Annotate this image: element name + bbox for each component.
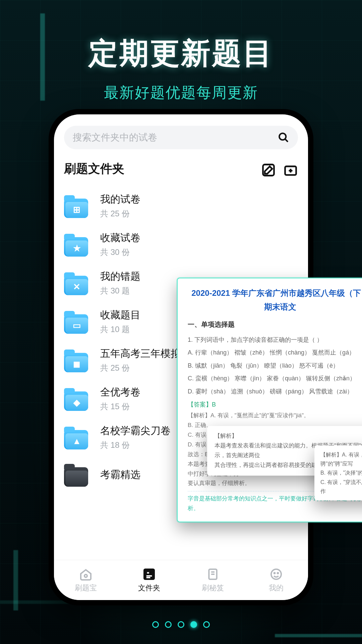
pager-dot[interactable] (165, 621, 172, 628)
question-text: 1. 下列词语中，加点字的读音都正确的一项是（ ） (188, 333, 362, 346)
svg-point-15 (274, 573, 275, 574)
exam-title: 2020-2021 学年广东省广州市越秀区八年级（下）期末语文 (188, 286, 362, 314)
svg-point-6 (84, 574, 87, 577)
svg-point-16 (278, 573, 279, 574)
pager-dot[interactable] (203, 621, 210, 628)
tab-label: 我的 (269, 583, 284, 593)
svg-rect-8 (146, 571, 150, 574)
tab-folders[interactable]: 文件夹 (118, 560, 181, 600)
smile-icon (269, 568, 283, 581)
page-indicator (0, 621, 362, 628)
pager-dot[interactable] (178, 621, 184, 628)
folder-name: 我的错题 (100, 270, 140, 283)
tab-bar: 刷题宝 文件夹 刷秘笈 我的 (54, 560, 308, 600)
folder-name: 考霸精选 (100, 468, 140, 482)
folder-name: 我的试卷 (100, 193, 140, 206)
folder-icon (64, 463, 92, 487)
folder-icon: ◆ (64, 387, 92, 411)
tab-tips[interactable]: 刷秘笈 (181, 560, 245, 600)
explain-line: 【解析】A. 有误，"驰骋"的"骋"应写 (320, 450, 362, 468)
edit-icon[interactable] (261, 163, 276, 177)
folder-item[interactable]: ⊞ 我的试卷共 25 份 (64, 186, 298, 225)
folder-icon: ◼ (64, 348, 92, 372)
explain-a: 【解析】A. 有误，"戛然而止"的"戛"应读作"jiá"。 (188, 411, 362, 421)
folder-count: 共 30 份 (100, 247, 140, 258)
option-d: D. 霎时（shà） 追溯（shuò） 磅礴（páng） 风雪载途（zài） (188, 385, 362, 398)
tab-label: 文件夹 (138, 583, 160, 593)
home-icon (79, 568, 93, 581)
exam-preview-card-3: 【解析】A. 有误，"驰骋"的"骋"应写 B. 有误，"决择"的"决"应写作"抉… (314, 445, 362, 500)
folder-name: 全优考卷 (100, 385, 140, 399)
search-placeholder: 搜索文件夹中的试卷 (73, 131, 157, 144)
folder-count: 共 25 份 (100, 208, 140, 219)
tab-label: 刷题宝 (75, 583, 97, 593)
svg-point-0 (279, 133, 286, 140)
pager-dot-active[interactable] (190, 621, 197, 628)
folder-name: 收藏题目 (100, 308, 140, 322)
svg-point-14 (271, 569, 281, 579)
add-folder-icon[interactable] (283, 163, 298, 177)
pager-dot[interactable] (152, 621, 159, 628)
folder-icon: ⊞ (64, 194, 92, 218)
folder-doc-icon (142, 568, 156, 581)
explain-head: 【解析】 (215, 431, 362, 441)
hero-title: 定期更新题目 (0, 34, 362, 73)
scroll-icon (206, 568, 220, 581)
search-icon (278, 132, 289, 143)
tab-home[interactable]: 刷题宝 (54, 560, 118, 600)
explain-line: B. 有误，"决择"的"决"应写作"抉 (320, 468, 362, 477)
search-input[interactable]: 搜索文件夹中的试卷 (64, 126, 298, 149)
folder-icon: ✕ (64, 271, 92, 295)
folder-icon: ★ (64, 232, 92, 257)
section-title: 刷题文件夹 (64, 161, 124, 179)
folder-count: 共 30 题 (100, 285, 140, 296)
tab-me[interactable]: 我的 (245, 560, 308, 600)
svg-line-1 (285, 139, 288, 142)
answer-label: 【答案】B (188, 398, 362, 411)
folder-count: 共 18 份 (100, 440, 171, 450)
option-b: B. 缄默（jiān） 龟裂（jūn） 瞭望（liào） 怒不可遏（è） (188, 359, 362, 372)
exam-section: 一、单项选择题 (188, 319, 362, 330)
folder-count: 共 10 题 (100, 324, 140, 335)
folder-icon: ▲ (64, 425, 92, 449)
option-c: C. 蛮横（hèng） 寒噤（jìn） 家眷（quàn） 辗转反侧（zhǎn） (188, 372, 362, 385)
folder-name: 收藏试卷 (100, 231, 140, 245)
folder-count: 共 15 份 (100, 401, 140, 412)
option-a: A. 行辈（háng） 褶皱（zhě） 怅惘（chàng） 戛然而止（gá） (188, 346, 362, 359)
explain-line: C. 有误，"穿流不息"的"穿"应写作 (320, 478, 362, 496)
hero-subtitle: 最新好题优题每周更新 (0, 83, 362, 103)
tab-label: 刷秘笈 (202, 583, 224, 593)
folder-count: 共 25 份 (100, 363, 181, 373)
folder-item[interactable]: ★ 收藏试卷共 30 份 (64, 225, 298, 264)
folder-name: 名校学霸尖刀卷 (100, 424, 171, 438)
folder-name: 五年高考三年模拟 (100, 347, 181, 361)
folder-icon: ▭ (64, 310, 92, 334)
